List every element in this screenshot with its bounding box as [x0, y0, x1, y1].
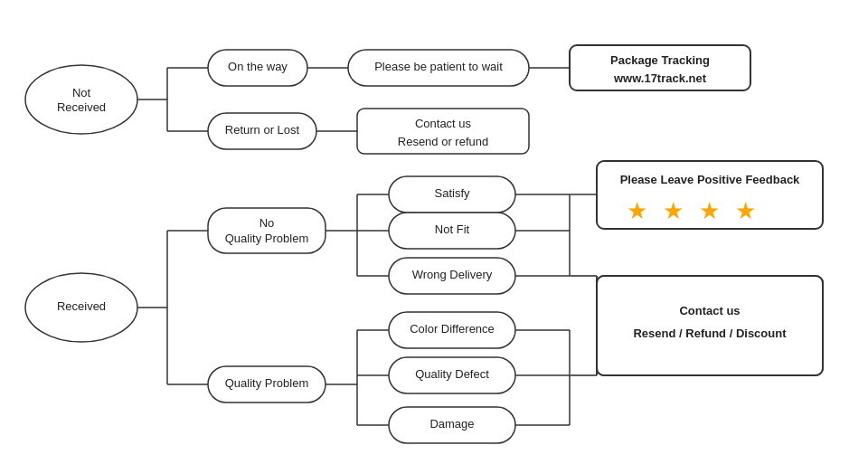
contact-discount-box — [597, 276, 823, 375]
package-tracking-label2: www.17track.net — [613, 71, 707, 85]
no-quality-label1: No — [259, 216, 275, 230]
damage-label: Damage — [429, 417, 474, 431]
no-quality-label2: Quality Problem — [225, 232, 308, 245]
contact-discount-label1: Contact us — [679, 304, 740, 317]
wrong-delivery-label: Wrong Delivery — [412, 268, 493, 281]
no-quality-problem-node — [208, 208, 326, 253]
satisfy-label: Satisfy — [434, 186, 470, 200]
contact-resend-label2: Resend or refund — [398, 135, 488, 148]
not-fit-label: Not Fit — [435, 223, 470, 236]
on-the-way-label: On the way — [228, 60, 288, 73]
flowchart-diagram: Not Received On the way Please be patien… — [0, 0, 868, 464]
quality-problem-label: Quality Problem — [225, 376, 308, 390]
contact-discount-label2: Resend / Refund / Discount — [633, 327, 787, 340]
star2: ★ — [663, 197, 684, 224]
positive-feedback-label: Please Leave Positive Feedback — [620, 173, 800, 186]
color-difference-label: Color Difference — [410, 322, 495, 336]
package-tracking-label1: Package Tracking — [610, 53, 710, 67]
return-lost-label: Return or Lost — [225, 123, 300, 137]
contact-resend-label1: Contact us — [415, 117, 472, 130]
quality-defect-label: Quality Defect — [415, 367, 489, 381]
not-received-label2: Received — [57, 100, 106, 114]
received-label: Received — [57, 299, 106, 313]
star4: ★ — [735, 197, 756, 224]
star1: ★ — [627, 197, 647, 224]
star3: ★ — [699, 197, 720, 224]
patient-label: Please be patient to wait — [374, 60, 503, 73]
not-received-label: Not — [72, 86, 91, 99]
